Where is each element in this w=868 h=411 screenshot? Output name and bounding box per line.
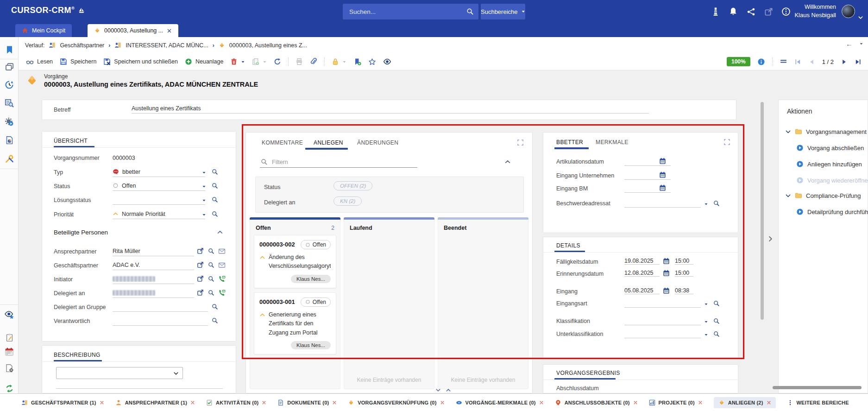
search-icon[interactable] — [208, 262, 214, 268]
vertical-scrollbar[interactable] — [761, 102, 764, 320]
collapse-chevron-icon[interactable] — [217, 229, 223, 235]
folder-compliance-pruefung[interactable]: Compliance-Prüfung — [785, 192, 861, 199]
clipboard-edit-icon[interactable] — [4, 332, 14, 342]
attachment-button[interactable] — [310, 58, 317, 65]
close-icon[interactable] — [698, 400, 703, 405]
loesungsstat-field[interactable] — [113, 195, 205, 205]
bookmark-add-button[interactable] — [353, 58, 361, 66]
chevron-down-icon[interactable] — [202, 171, 206, 175]
anliegen-card[interactable]: Offen 0000003-001 Generierung eines Zert… — [254, 292, 336, 354]
windows-stack-icon[interactable] — [4, 62, 14, 72]
status-filter-chip[interactable]: OFFEN (2) — [333, 181, 372, 190]
verantwortlich-field[interactable] — [113, 316, 208, 326]
collapse-down-chevron-icon[interactable] — [435, 387, 441, 393]
typ-field[interactable]: bbetter — [113, 167, 205, 177]
beschwerdeadressat-field[interactable] — [624, 199, 701, 208]
delegiert-filter-chip[interactable]: KN (2) — [333, 196, 362, 206]
lighthouse-icon[interactable] — [710, 6, 721, 17]
close-icon[interactable] — [100, 400, 104, 405]
breadcrumb-item[interactable]: Geschäftspartner — [60, 42, 104, 49]
chevron-down-icon[interactable] — [202, 184, 206, 189]
panel-expander-chevron-icon[interactable] — [767, 235, 774, 242]
erinnerungsdatum-value[interactable]: 12.08.2025 — [624, 270, 660, 277]
action-vorgang-abschliessen[interactable]: Vorgang abschließen — [796, 144, 864, 152]
beschreibung-select[interactable] — [56, 367, 183, 379]
bottom-tab-weitere-bereiche[interactable]: WEITERE BEREICHE — [787, 399, 849, 406]
search-icon[interactable] — [208, 276, 214, 282]
process-gear-icon[interactable] — [4, 117, 14, 127]
search-icon[interactable] — [212, 304, 218, 310]
back-arrow-icon[interactable]: ← — [846, 40, 853, 48]
menu-icon[interactable] — [780, 58, 787, 66]
history-icon[interactable] — [4, 80, 14, 90]
sync-icon[interactable] — [4, 383, 14, 393]
bottom-tab-geschaeftspartner[interactable]: GESCHÄFTSPARTNER (1) — [21, 399, 104, 406]
bottom-tab-projekte[interactable]: PROJEKTE (0) — [649, 399, 703, 406]
search-icon[interactable] — [212, 169, 218, 175]
share-icon[interactable] — [745, 6, 756, 17]
calendar-icon[interactable] — [659, 184, 666, 191]
eingangszeit-value[interactable]: 08:38 — [675, 287, 693, 294]
expand-icon[interactable] — [723, 139, 730, 145]
anliegen-card[interactable]: Offen 0000003-002 Änderung des Verschlüs… — [254, 235, 336, 288]
speichern-und-schliessen-button[interactable]: Speichern und schließen — [103, 58, 178, 65]
eingangsart-field[interactable] — [624, 299, 701, 308]
chevron-down-icon[interactable] — [202, 198, 206, 202]
first-page-icon[interactable] — [794, 58, 801, 65]
action-detailpruefung-durchfuehren[interactable]: Detailprüfung durchführen — [796, 208, 868, 215]
open-record-icon[interactable] — [197, 289, 204, 296]
speichern-button[interactable]: Speichern — [60, 58, 96, 65]
collapse-filter-chevron-icon[interactable] — [504, 158, 511, 165]
open-record-icon[interactable] — [197, 247, 204, 254]
collapse-up-chevron-icon[interactable] — [446, 387, 451, 393]
report-document-icon[interactable] — [4, 135, 14, 145]
close-icon[interactable] — [332, 400, 337, 405]
bottom-tab-vorgaenge-merkmale[interactable]: VORGÄNGE-MERKMALE (0) — [456, 399, 544, 406]
search-icon[interactable] — [713, 331, 720, 337]
document-settings-icon[interactable] — [4, 363, 14, 373]
copy-button[interactable] — [252, 58, 267, 65]
user-avatar[interactable] — [842, 5, 855, 18]
search-icon[interactable] — [212, 196, 218, 203]
delegiert-an-field[interactable] — [113, 288, 194, 298]
tab-bbetter[interactable]: BBETTER — [556, 139, 583, 145]
faelligkeitszeit-value[interactable]: 15:00 — [675, 258, 693, 265]
search-areas-dropdown[interactable]: Suchbereiche — [481, 4, 525, 19]
search-icon[interactable] — [208, 290, 214, 296]
tab-uebersicht[interactable]: ÜBERSICHT — [54, 138, 88, 144]
breadcrumb-item[interactable]: 0000003, Austellung eines Z... — [229, 42, 307, 49]
search-icon[interactable] — [208, 248, 214, 254]
action-anliegen-hinzufuegen[interactable]: Anliegen hinzufügen — [796, 160, 862, 168]
faelligkeitsdatum-value[interactable]: 19.08.2025 — [624, 258, 660, 265]
phone-mail-icon[interactable] — [218, 289, 226, 297]
unterklassifikation-field[interactable] — [624, 330, 701, 338]
close-icon[interactable] — [767, 400, 771, 405]
next-page-icon[interactable] — [841, 58, 848, 65]
geschaeftspartner-field[interactable]: ADAC e.V. — [113, 260, 194, 270]
chevron-down-icon[interactable] — [704, 320, 708, 324]
klassifikation-field[interactable] — [624, 317, 701, 325]
watch-star-icon[interactable] — [4, 310, 14, 320]
bookmark-icon[interactable] — [4, 44, 14, 55]
tab-mein-cockpit[interactable]: Mein Cockpit — [15, 24, 72, 37]
open-record-icon[interactable] — [197, 275, 204, 282]
notifications-bell-icon[interactable] — [728, 6, 739, 17]
chevron-down-icon[interactable] — [202, 213, 206, 217]
last-page-icon[interactable] — [855, 58, 862, 65]
search-input[interactable] — [343, 8, 466, 15]
calendar-red-icon[interactable] — [4, 347, 14, 357]
bottom-tab-anliegen[interactable]: ANLIEGEN (2) — [714, 397, 776, 408]
zoom-badge[interactable]: 100% — [727, 57, 750, 66]
initiator-field[interactable] — [113, 274, 194, 284]
filter-input[interactable]: Filtern — [272, 159, 288, 165]
close-icon[interactable] — [190, 400, 195, 405]
search-icon[interactable] — [466, 8, 474, 15]
lock-button[interactable] — [332, 58, 346, 65]
tab-beschreibung[interactable]: BESCHREIBUNG — [54, 352, 101, 358]
close-icon[interactable] — [440, 400, 445, 405]
bottom-tab-vorgangsverknuepfung[interactable]: VORGANGSVERKNÜPFUNG (0) — [348, 399, 444, 406]
close-icon[interactable] — [262, 400, 266, 405]
close-icon[interactable] — [539, 400, 544, 405]
tab-vorgang-document[interactable]: 0000003, Austellung ... — [88, 24, 178, 37]
chevron-down-icon[interactable] — [704, 333, 708, 337]
